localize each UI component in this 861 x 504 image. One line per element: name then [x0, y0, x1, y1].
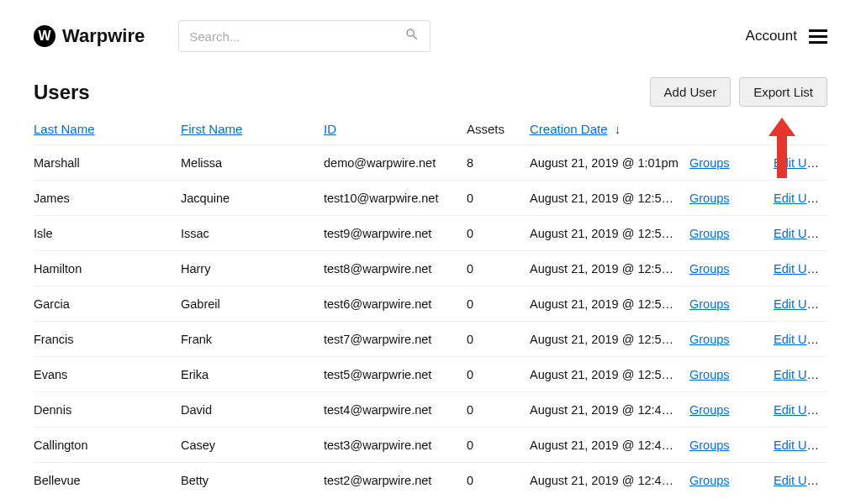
table-row: BellevueBettytest2@warpwire.net0August 2…	[34, 462, 827, 497]
table-row: MarshallMelissademo@warpwire.net8August …	[34, 144, 827, 180]
table-header-row: Last Name First Name ID Assets Creation …	[34, 122, 827, 144]
add-user-button[interactable]: Add User	[650, 77, 732, 107]
cell-last-name: Hamilton	[34, 262, 181, 276]
cell-assets: 0	[467, 262, 530, 276]
edit-user-link[interactable]: Edit User	[774, 333, 824, 346]
groups-link[interactable]: Groups	[689, 262, 730, 276]
cell-created: August 21, 2019 @ 12:5…	[530, 227, 689, 240]
cell-assets: 0	[467, 474, 530, 487]
account-link[interactable]: Account	[746, 28, 797, 45]
groups-link[interactable]: Groups	[689, 156, 730, 170]
table-row: EvansErikatest5@warpwrie.net0August 21, …	[34, 356, 827, 391]
cell-id: test3@warpwire.net	[324, 438, 467, 452]
groups-link[interactable]: Groups	[689, 438, 730, 452]
cell-last-name: Callington	[34, 438, 181, 452]
cell-last-name: Garcia	[34, 297, 181, 311]
header-right: Account	[746, 28, 827, 45]
cell-first-name: Gabreil	[181, 297, 324, 311]
table-row: HamiltonHarrytest8@warpwire.net0August 2…	[34, 250, 827, 286]
cell-first-name: Erika	[181, 368, 324, 381]
export-list-button[interactable]: Export List	[739, 77, 827, 107]
cell-assets: 0	[467, 192, 530, 205]
cell-id: test9@warpwire.net	[324, 227, 467, 240]
cell-first-name: David	[181, 403, 324, 417]
edit-user-link[interactable]: Edit User	[774, 262, 824, 276]
cell-id: test5@warpwrie.net	[324, 368, 467, 381]
brand-logo[interactable]: W Warpwire	[34, 25, 145, 47]
page-actions: Add User Export List	[650, 77, 827, 107]
table-row: IsleIssactest9@warpwire.net0August 21, 2…	[34, 215, 827, 250]
cell-assets: 0	[467, 368, 530, 381]
annotation-arrow-icon	[748, 118, 816, 178]
groups-link[interactable]: Groups	[689, 227, 730, 240]
cell-id: test7@warpwire.net	[324, 333, 467, 346]
brand-badge-icon: W	[34, 25, 55, 47]
cell-first-name: Issac	[181, 227, 324, 240]
edit-user-link[interactable]: Edit User	[774, 192, 824, 205]
table-row: GarciaGabreiltest6@warpwire.net0August 2…	[34, 286, 827, 321]
hamburger-menu-icon[interactable]	[809, 29, 827, 44]
cell-id: test4@warpwire.net	[324, 403, 467, 417]
edit-user-link[interactable]: Edit User	[774, 368, 824, 381]
groups-link[interactable]: Groups	[689, 368, 730, 381]
search-box[interactable]	[178, 20, 430, 52]
cell-last-name: Dennis	[34, 403, 181, 417]
cell-assets: 8	[467, 156, 530, 170]
search-icon[interactable]	[404, 27, 420, 45]
cell-assets: 0	[467, 227, 530, 240]
cell-last-name: Evans	[34, 368, 181, 381]
cell-created: August 21, 2019 @ 12:5…	[530, 262, 689, 276]
edit-user-link[interactable]: Edit User	[774, 438, 824, 452]
search-input[interactable]	[189, 29, 404, 44]
svg-marker-0	[769, 118, 795, 178]
brand-name: Warpwire	[62, 25, 145, 47]
cell-id: demo@warpwire.net	[324, 156, 467, 170]
app-header: W Warpwire Account	[0, 0, 861, 69]
cell-id: test6@warpwire.net	[324, 297, 467, 311]
cell-created: August 21, 2019 @ 12:5…	[530, 333, 689, 346]
edit-user-link[interactable]: Edit User	[774, 297, 824, 311]
cell-created: August 21, 2019 @ 12:4…	[530, 403, 689, 417]
cell-first-name: Melissa	[181, 156, 324, 170]
cell-created: August 21, 2019 @ 12:4…	[530, 474, 689, 487]
sort-descending-icon: ↓	[615, 122, 621, 136]
cell-created: August 21, 2019 @ 12:5…	[530, 192, 689, 205]
cell-assets: 0	[467, 297, 530, 311]
col-creation-date[interactable]: Creation Date	[530, 122, 608, 136]
edit-user-link[interactable]: Edit User	[774, 474, 824, 487]
users-table: Last Name First Name ID Assets Creation …	[34, 122, 827, 497]
groups-link[interactable]: Groups	[689, 297, 730, 311]
cell-last-name: Francis	[34, 333, 181, 346]
col-id[interactable]: ID	[324, 122, 336, 136]
page-body: Users Add User Export List Last Name Fir…	[0, 77, 861, 497]
col-first-name[interactable]: First Name	[181, 122, 242, 136]
cell-first-name: Jacquine	[181, 192, 324, 205]
cell-assets: 0	[467, 403, 530, 417]
edit-user-link[interactable]: Edit User	[774, 403, 824, 417]
groups-link[interactable]: Groups	[689, 474, 730, 487]
table-row: FrancisFranktest7@warpwire.net0August 21…	[34, 321, 827, 356]
cell-last-name: Bellevue	[34, 474, 181, 487]
table-row: JamesJacquinetest10@warpwire.net0August …	[34, 180, 827, 215]
groups-link[interactable]: Groups	[689, 333, 730, 346]
cell-created: August 21, 2019 @ 12:4…	[530, 438, 689, 452]
cell-first-name: Betty	[181, 474, 324, 487]
table-row: CallingtonCaseytest3@warpwire.net0August…	[34, 427, 827, 462]
cell-created: August 21, 2019 @ 12:5…	[530, 368, 689, 381]
cell-first-name: Harry	[181, 262, 324, 276]
cell-last-name: James	[34, 192, 181, 205]
page-title: Users	[34, 81, 90, 104]
edit-user-link[interactable]: Edit User	[774, 227, 824, 240]
cell-last-name: Isle	[34, 227, 181, 240]
groups-link[interactable]: Groups	[689, 192, 730, 205]
cell-id: test8@warpwire.net	[324, 262, 467, 276]
cell-id: test2@warpwire.net	[324, 474, 467, 487]
cell-created: August 21, 2019 @ 1:01pm	[530, 156, 689, 170]
col-assets: Assets	[467, 122, 504, 136]
table-row: DennisDavidtest4@warpwire.net0August 21,…	[34, 391, 827, 427]
cell-last-name: Marshall	[34, 156, 181, 170]
groups-link[interactable]: Groups	[689, 403, 730, 417]
col-last-name[interactable]: Last Name	[34, 122, 95, 136]
cell-created: August 21, 2019 @ 12:5…	[530, 297, 689, 311]
cell-assets: 0	[467, 333, 530, 346]
